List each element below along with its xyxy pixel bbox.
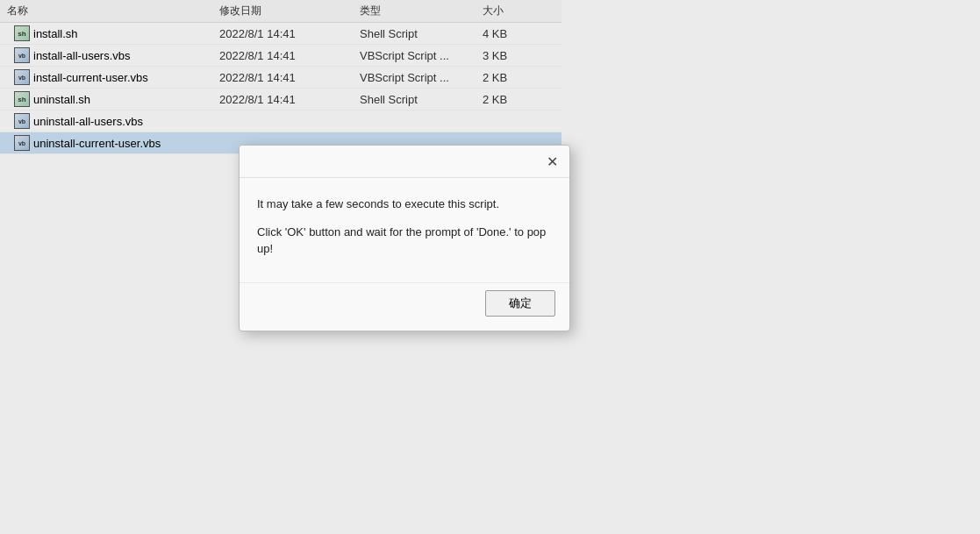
dialog-close-button[interactable]: ✕ [541, 151, 562, 172]
ok-button[interactable]: 确定 [485, 290, 555, 317]
dialog-text-line1: It may take a few seconds to execute thi… [257, 196, 552, 213]
dialog-text-line2: Click 'OK' button and wait for the promp… [257, 224, 552, 258]
dialog-footer: 确定 [240, 282, 569, 331]
dialog-body: It may take a few seconds to execute thi… [240, 178, 569, 282]
dialog-titlebar: ✕ [240, 146, 569, 178]
script-dialog: ✕ It may take a few seconds to execute t… [239, 145, 570, 331]
